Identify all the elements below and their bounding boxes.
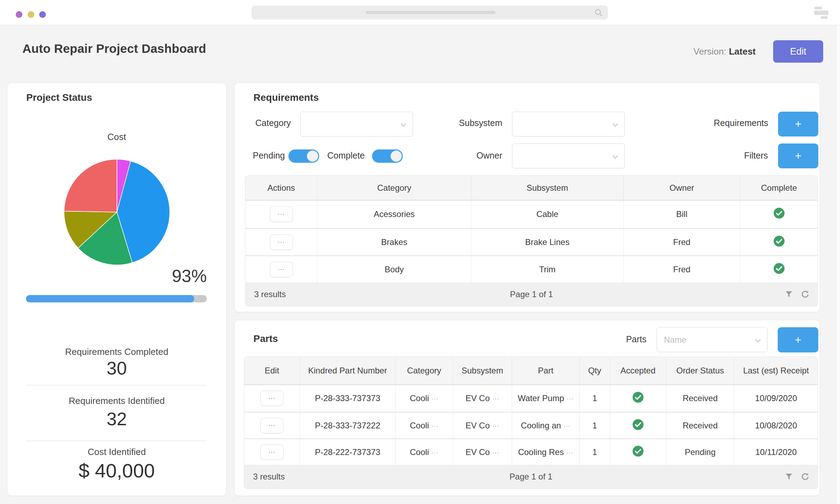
add-part-button[interactable]: +	[778, 327, 818, 352]
stat-label: Cost Identified	[7, 447, 226, 457]
truncated-ellipsis-icon[interactable]: ···	[564, 423, 570, 429]
complete-toggle[interactable]	[372, 149, 403, 163]
order-status-cell: Received	[666, 412, 735, 438]
chevron-down-icon	[612, 154, 618, 160]
category-cell: Cooli···	[396, 412, 453, 438]
truncated-ellipsis-icon[interactable]: ···	[432, 396, 439, 402]
window-dot-yellow[interactable]	[28, 11, 34, 18]
truncated-ellipsis-icon[interactable]: ···	[432, 449, 439, 456]
progress-bar	[26, 295, 207, 302]
page-indicator: Page 1 of 1	[244, 472, 818, 482]
requirements-panel: Requirements Category Subsystem Requirem…	[234, 83, 820, 312]
truncated-ellipsis-icon[interactable]: ···	[492, 449, 499, 456]
progress-bar-fill	[26, 295, 194, 302]
column-header[interactable]: Subsystem	[471, 176, 624, 201]
owner-filter-label: Owner	[424, 150, 502, 161]
url-placeholder-line	[366, 11, 496, 14]
column-header[interactable]: Order Status	[666, 357, 735, 385]
cell-text: Cooli	[410, 393, 429, 403]
column-header[interactable]: Qty	[580, 357, 610, 385]
window-dot-purple[interactable]	[16, 11, 22, 18]
column-header[interactable]: Kindred Part Number	[300, 357, 396, 385]
table-row: ···AcessoriesCableBill	[245, 201, 818, 228]
menu-icon[interactable]	[814, 7, 828, 19]
accepted-cell	[610, 438, 666, 465]
cell-text: Cooling an	[521, 421, 561, 430]
project-status-title: Project Status	[26, 92, 92, 103]
scrollbar-track[interactable]	[836, 25, 840, 504]
row-edit-button[interactable]: ···	[260, 444, 284, 460]
divider	[26, 441, 207, 441]
part-cell: Cooling Res···	[512, 438, 580, 465]
actions-cell: ···	[245, 255, 317, 282]
cell-text: EV Co	[465, 447, 490, 457]
add-requirement-button[interactable]: +	[778, 112, 818, 136]
column-header[interactable]: Complete	[740, 176, 818, 201]
subsystem-cell: Brake Lines	[471, 228, 624, 255]
qty-cell: 1	[580, 412, 610, 438]
subsystem-select[interactable]	[512, 112, 625, 136]
parts-table-footer: 3 results Page 1 of 1	[244, 465, 818, 489]
edit-cell: ···	[244, 385, 300, 412]
column-header[interactable]: Owner	[624, 176, 741, 201]
edit-button[interactable]: Edit	[773, 40, 823, 63]
row-edit-button[interactable]: ···	[260, 391, 284, 406]
cell-text: Cooli	[410, 421, 429, 430]
table-row: ···P-28-333-737373Cooli···EV Co···Water …	[244, 385, 818, 412]
stat-value: $ 40,000	[7, 459, 226, 482]
parts-panel: Parts Parts Name + EditKindred Part Numb…	[234, 320, 820, 496]
category-filter-label: Category	[234, 118, 291, 128]
row-actions-button[interactable]: ···	[270, 206, 293, 222]
column-header[interactable]: Accepted	[610, 357, 666, 385]
column-header[interactable]: Subsystem	[453, 357, 512, 385]
row-edit-button[interactable]: ···	[260, 418, 284, 433]
refresh-icon[interactable]	[800, 472, 810, 482]
column-header[interactable]: Category	[396, 357, 453, 385]
owner-cell: Fred	[624, 255, 741, 282]
progress-percent: 93%	[172, 266, 207, 286]
complete-cell	[740, 228, 818, 255]
subsystem-cell: EV Co···	[453, 412, 512, 438]
filter-funnel-icon[interactable]	[784, 472, 793, 481]
window-dot-blue[interactable]	[39, 11, 46, 18]
cell-text: EV Co	[465, 393, 490, 403]
search-icon[interactable]	[594, 8, 603, 19]
truncated-ellipsis-icon[interactable]: ···	[566, 449, 573, 456]
owner-select[interactable]	[512, 144, 625, 168]
divider	[26, 385, 207, 385]
accepted-check-icon	[632, 423, 644, 432]
column-header[interactable]: Edit	[244, 357, 300, 385]
results-count: 3 results	[253, 472, 285, 482]
column-header[interactable]: Category	[317, 176, 471, 201]
receipt-date-cell: 10/09/2020	[734, 385, 818, 412]
accepted-check-icon	[632, 449, 644, 459]
part-cell: Cooling an···	[512, 412, 580, 438]
parts-table-header: EditKindred Part NumberCategorySubsystem…	[244, 357, 818, 385]
cell-text: Cooling Res	[518, 447, 564, 457]
table-row: ···P-28-333-737222Cooli···EV Co···Coolin…	[244, 412, 818, 438]
address-search-bar[interactable]	[252, 6, 608, 20]
receipt-date-cell: 10/08/2020	[734, 412, 818, 438]
refresh-icon[interactable]	[800, 290, 810, 299]
chevron-down-icon	[400, 122, 406, 128]
add-filter-button[interactable]: +	[778, 144, 818, 168]
page-indicator: Page 1 of 1	[245, 289, 818, 299]
row-actions-button[interactable]: ···	[270, 234, 293, 250]
filter-funnel-icon[interactable]	[784, 290, 793, 299]
parts-select-label: Parts	[576, 334, 646, 344]
truncated-ellipsis-icon[interactable]: ···	[432, 423, 439, 429]
part-number-cell: P-28-222-737373	[300, 438, 396, 465]
truncated-ellipsis-icon[interactable]: ···	[492, 396, 499, 402]
category-select[interactable]	[300, 112, 413, 136]
column-header[interactable]: Part	[512, 357, 580, 385]
category-cell: Acessories	[317, 201, 471, 228]
order-status-cell: Pending	[666, 438, 735, 465]
parts-name-placeholder: Name	[664, 335, 686, 345]
column-header[interactable]: Last (est) Receipt	[734, 357, 818, 385]
column-header[interactable]: Actions	[245, 176, 317, 201]
row-actions-button[interactable]: ···	[270, 262, 293, 277]
stat-value: 30	[7, 358, 226, 379]
truncated-ellipsis-icon[interactable]: ···	[567, 396, 574, 402]
parts-name-select[interactable]: Name	[657, 327, 768, 352]
truncated-ellipsis-icon[interactable]: ···	[492, 423, 499, 429]
